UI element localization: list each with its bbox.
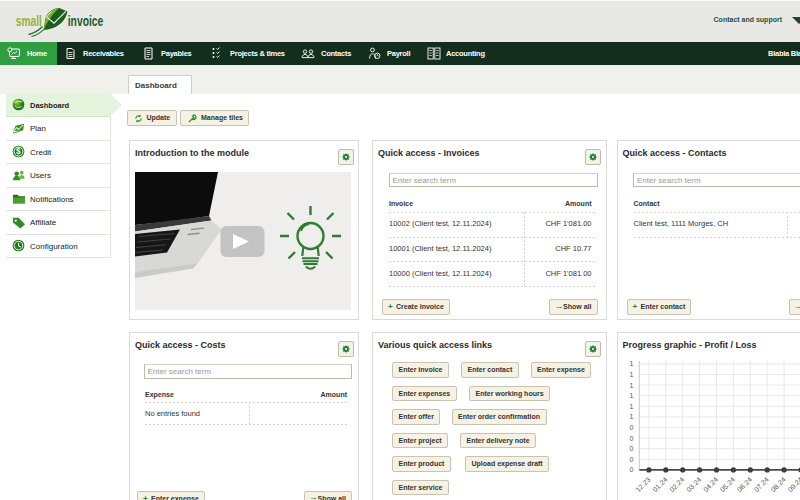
svg-text:03.24: 03.24 bbox=[685, 475, 702, 492]
svg-text:02.24: 02.24 bbox=[668, 475, 685, 492]
svg-text:0: 0 bbox=[629, 445, 633, 452]
svg-text:05.24: 05.24 bbox=[718, 475, 735, 492]
svg-text:0: 0 bbox=[629, 434, 633, 441]
svg-text:1: 1 bbox=[629, 413, 633, 420]
svg-text:1: 1 bbox=[629, 371, 633, 378]
svg-text:04.24: 04.24 bbox=[701, 475, 718, 492]
svg-text:$: $ bbox=[16, 146, 21, 156]
svg-text:06.24: 06.24 bbox=[735, 475, 752, 492]
svg-text:0: 0 bbox=[629, 455, 633, 462]
svg-text:01.24: 01.24 bbox=[651, 475, 668, 492]
svg-text:1: 1 bbox=[629, 392, 633, 399]
svg-text:1: 1 bbox=[629, 402, 633, 409]
svg-text:08.24: 08.24 bbox=[769, 475, 786, 492]
svg-text:0: 0 bbox=[629, 424, 633, 431]
svg-text:07.24: 07.24 bbox=[752, 475, 769, 492]
svg-text:12.23: 12.23 bbox=[634, 475, 651, 492]
svg-text:09.24: 09.24 bbox=[786, 475, 800, 492]
svg-text:1: 1 bbox=[629, 360, 633, 367]
svg-text:0: 0 bbox=[629, 466, 633, 473]
svg-text:invoice: invoice bbox=[68, 12, 104, 29]
svg-text:1: 1 bbox=[629, 381, 633, 388]
svg-text:small: small bbox=[16, 12, 42, 30]
